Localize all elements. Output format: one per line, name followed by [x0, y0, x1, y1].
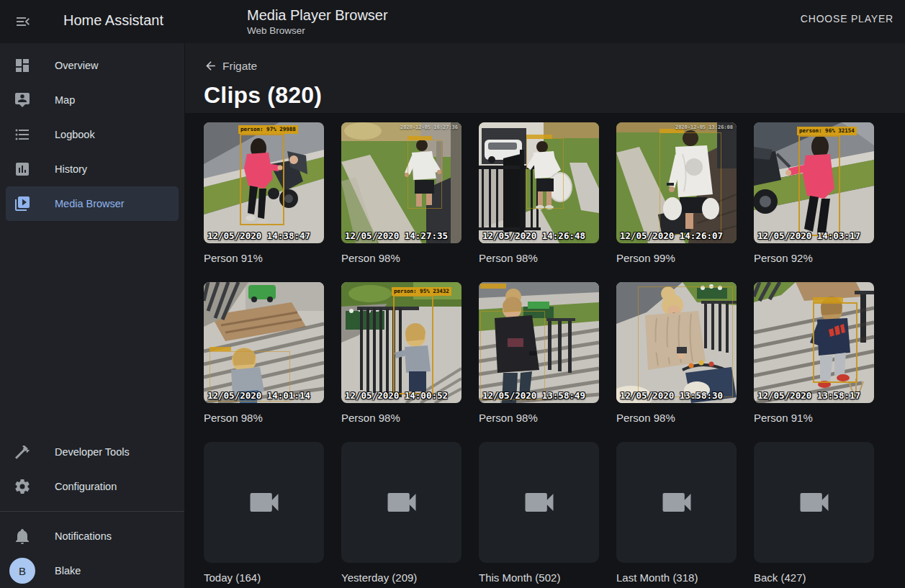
clip-thumbnail: 2020-12-05 16:27:36 12/05/2020 14:27:35 — [341, 122, 461, 243]
detection-chip — [480, 284, 506, 289]
detection-label: person: 95% 23432 — [392, 287, 451, 296]
detection-box — [526, 138, 564, 209]
avatar: B — [9, 558, 35, 584]
detection-chip — [813, 297, 843, 302]
clip-label: Person 98% — [341, 411, 461, 425]
detection-chip — [210, 347, 231, 351]
folder-tile-today[interactable]: Today (164) — [204, 442, 324, 585]
choose-player-button[interactable]: CHOOSE PLAYER — [801, 13, 893, 24]
folder-thumbnail — [204, 442, 324, 563]
sidebar-item-label: Developer Tools — [55, 446, 130, 458]
clip-label: Person 98% — [479, 411, 599, 425]
detection-chip — [526, 135, 552, 139]
folder-tile-this-month[interactable]: This Month (502) — [479, 442, 599, 585]
clip-timestamp: 12/05/2020 13:58:49 — [482, 390, 585, 401]
clip-tile[interactable]: 12/05/2020 14:26:48 Person 98% — [479, 122, 599, 266]
sidebar-item-label: Media Browser — [55, 198, 125, 209]
content-header: Frigate Clips (820) — [185, 43, 905, 113]
detection-box — [480, 311, 545, 400]
sidebar-item-label: Logbook — [55, 129, 95, 140]
clip-thumbnail: 12/05/2020 13:58:17 — [754, 282, 874, 403]
sidebar-item-developer-tools[interactable]: Developer Tools — [0, 435, 184, 469]
detection-box — [638, 286, 733, 397]
detection-box — [240, 134, 284, 225]
osd-timestamp: 2020-12-05 13:26:08 — [675, 125, 733, 130]
clip-timestamp: 12/05/2020 14:27:35 — [345, 230, 448, 241]
clip-tile[interactable]: 2020-12-05 13:26:08 12/05/2020 14:26:07 … — [616, 122, 737, 266]
clip-timestamp: 12/05/2020 14:26:07 — [620, 230, 723, 241]
sidebar-item-overview[interactable]: Overview — [0, 48, 184, 83]
sidebar-item-notifications[interactable]: Notifications — [0, 519, 184, 553]
sidebar-item-label: History — [55, 163, 87, 175]
detection-chip — [408, 136, 432, 140]
clip-label: Person 98% — [204, 411, 324, 425]
video-icon — [383, 484, 420, 521]
clip-tile[interactable]: person: 97% 29988 12/05/2020 14:38:47 Pe… — [204, 122, 324, 266]
detection-label: person: 96% 32154 — [797, 127, 857, 135]
folder-label: Back (427) — [754, 571, 874, 585]
sidebar-item-label: Map — [55, 94, 75, 106]
osd-timestamp: 2020-12-05 16:27:36 — [400, 125, 458, 130]
page-header-title: Media Player Browser — [247, 6, 388, 24]
media-browser-content: Frigate Clips (820) — [185, 43, 905, 588]
folder-label: Yesterday (209) — [341, 571, 461, 585]
gear-icon — [14, 478, 31, 495]
detection-box — [408, 140, 442, 209]
menu-open-icon[interactable] — [13, 12, 33, 32]
clip-timestamp: 12/05/2020 14:00:52 — [345, 390, 448, 401]
video-icon — [246, 484, 283, 521]
clip-tile[interactable]: 2020-12-05 16:27:36 12/05/2020 14:27:35 … — [341, 122, 461, 266]
clip-label: Person 98% — [479, 251, 599, 266]
sidebar-item-label: Notifications — [55, 530, 112, 542]
detection-label: person: 97% 29988 — [238, 125, 298, 134]
sidebar: Overview Map Logbook History Media Brows… — [0, 43, 184, 588]
breadcrumb-back[interactable]: Frigate — [204, 59, 257, 73]
top-app-bar: Home Assistant Media Player Browser Web … — [0, 0, 905, 43]
clip-thumbnail: 12/05/2020 13:58:30 — [616, 282, 737, 403]
clip-label: Person 92% — [754, 251, 874, 266]
folder-label: Last Month (318) — [616, 571, 737, 585]
folder-tile-last-month[interactable]: Last Month (318) — [616, 442, 737, 585]
page-header-subtitle: Web Browser — [247, 25, 388, 36]
clip-timestamp: 12/05/2020 14:26:48 — [482, 230, 585, 241]
folder-thumbnail — [754, 442, 874, 563]
sidebar-item-configuration[interactable]: Configuration — [0, 469, 184, 504]
chart-box-icon — [14, 160, 31, 178]
clip-timestamp: 12/05/2020 13:58:17 — [757, 390, 860, 401]
folder-tile-back[interactable]: Back (427) — [754, 442, 874, 585]
clip-tile[interactable]: person: 96% 32154 12/05/2020 14:03:17 Pe… — [754, 122, 874, 266]
sidebar-item-logbook[interactable]: Logbook — [0, 117, 184, 152]
sidebar-item-map[interactable]: Map — [0, 83, 184, 117]
app-title: Home Assistant — [63, 12, 163, 29]
clip-thumbnail: 2020-12-05 13:26:08 12/05/2020 14:26:07 — [616, 122, 737, 243]
sidebar-item-label: Overview — [55, 60, 98, 71]
folder-thumbnail — [616, 442, 737, 563]
bell-icon — [14, 528, 31, 545]
clip-label: Person 91% — [204, 251, 324, 266]
clip-tile[interactable]: 12/05/2020 13:58:49 Person 98% — [479, 282, 599, 425]
folder-label: Today (164) — [204, 571, 324, 585]
video-icon — [658, 484, 695, 521]
clip-tile[interactable]: 12/05/2020 13:58:17 Person 91% — [754, 282, 874, 425]
sidebar-item-user-profile[interactable]: B Blake — [0, 553, 184, 588]
folder-label: This Month (502) — [479, 571, 599, 585]
sidebar-item-media-browser[interactable]: Media Browser — [6, 186, 179, 221]
home-assistant-app: Home Assistant Media Player Browser Web … — [0, 0, 905, 588]
clip-tile[interactable]: 12/05/2020 14:01:14 Person 98% — [204, 282, 324, 425]
folder-tile-yesterday[interactable]: Yesterday (209) — [341, 442, 461, 585]
sidebar-item-label: Configuration — [55, 481, 117, 492]
clip-tile[interactable]: person: 95% 23432 12/05/2020 14:00:52 Pe… — [341, 282, 461, 425]
dashboard-icon — [14, 57, 31, 74]
sidebar-item-history[interactable]: History — [0, 152, 184, 186]
list-icon — [14, 126, 31, 143]
clip-tile[interactable]: 12/05/2020 13:58:30 Person 98% — [616, 282, 737, 425]
clip-timestamp: 12/05/2020 14:03:17 — [757, 230, 860, 241]
clip-timestamp: 12/05/2020 13:58:30 — [620, 390, 723, 401]
page-title: Clips (820) — [204, 82, 905, 109]
clip-thumbnail: person: 97% 29988 12/05/2020 14:38:47 — [204, 122, 324, 243]
clips-grid: person: 97% 29988 12/05/2020 14:38:47 Pe… — [185, 113, 891, 588]
detection-box — [813, 302, 857, 383]
clip-label: Person 98% — [341, 251, 461, 266]
arrow-left-icon — [204, 59, 217, 73]
camera-snapshot — [341, 122, 461, 243]
